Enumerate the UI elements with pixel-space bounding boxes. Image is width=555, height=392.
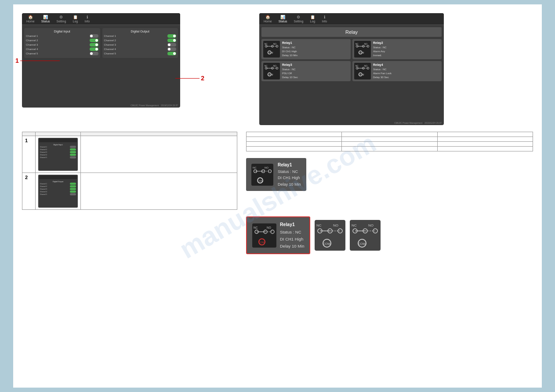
info-r2c2 bbox=[342, 142, 437, 147]
relay-device-screenshot: 🏠 Home 📊 Status ⚙ Setting 📋 Log bbox=[259, 13, 444, 125]
row1-desc bbox=[81, 136, 237, 173]
di-ch1: Channel 1 bbox=[26, 34, 98, 38]
info-r1c1 bbox=[247, 137, 342, 142]
left-footer: CMU2C Power Management 2019/12/24 15:37 bbox=[131, 104, 178, 107]
svg-text:NO: NO bbox=[368, 223, 374, 227]
svg-text:COM: COM bbox=[359, 74, 364, 76]
svg-text:NC: NC bbox=[265, 65, 268, 67]
relay-cell-2: NC NO COM Relay2 Status : NC bbox=[352, 39, 442, 59]
mini-do-screenshot: Digital Output Channel 1 Channel 2 Chann… bbox=[38, 175, 78, 208]
svg-text:NO: NO bbox=[273, 65, 276, 67]
relay-section-title: Relay bbox=[261, 27, 442, 37]
bottom-right: NC NO COM Relay1 Status : NC DI CH1 High… bbox=[246, 216, 381, 254]
info-table bbox=[246, 132, 533, 151]
relay-4-info: Relay4 Status : NC Alarm Fan Lock Delay … bbox=[373, 63, 392, 79]
relay-zoom-icon: NC NO COM bbox=[251, 164, 273, 186]
relay-zoom-text: Relay1 Status : NC DI CH1 High Delay 10 … bbox=[278, 162, 301, 187]
relay-cell-4: NC NO COM Relay4 Status : NC bbox=[352, 61, 442, 81]
content-table: 1 Digital Input Channel 1 Channel 2 Chan… bbox=[22, 132, 237, 210]
bottom-section: NC NO COM Relay1 Status : NC DI CH1 High… bbox=[22, 216, 533, 254]
table-row-1: 1 Digital Input Channel 1 Channel 2 Chan… bbox=[22, 136, 237, 173]
di-ch5: Channel 5 bbox=[26, 52, 98, 55]
relay-cell-3: NC NO COM Relay3 Status : NC bbox=[261, 61, 351, 81]
annotation-label-2: 2 bbox=[201, 75, 204, 82]
relay-icon-2: NC NO COM bbox=[354, 41, 371, 58]
info-r3c2 bbox=[342, 147, 437, 151]
svg-text:COM: COM bbox=[268, 74, 273, 76]
svg-text:COM: COM bbox=[323, 242, 330, 245]
relay-bottom-icon-1: NC NO COM bbox=[252, 223, 276, 248]
svg-text:NO: NO bbox=[364, 43, 367, 45]
left-table-area: 1 Digital Input Channel 1 Channel 2 Chan… bbox=[22, 132, 237, 210]
do-ch2: Channel 2 bbox=[104, 39, 177, 42]
row2-num: 2 bbox=[22, 173, 36, 210]
relay-2-info: Relay2 Status : NC Alarm Any Immed. bbox=[373, 41, 387, 58]
tables-section: 1 Digital Input Channel 1 Channel 2 Chan… bbox=[22, 132, 533, 210]
svg-text:COM: COM bbox=[268, 52, 273, 54]
svg-text:NC: NC bbox=[254, 226, 258, 229]
right-screenshot-container: 🏠 Home 📊 Status ⚙ Setting 📋 Log bbox=[259, 13, 444, 125]
relay-topbar-setting: ⚙ Setting bbox=[294, 15, 304, 23]
info-col3-header bbox=[437, 132, 533, 137]
bottom-left bbox=[22, 216, 237, 254]
svg-text:COM: COM bbox=[359, 52, 364, 54]
svg-text:NC: NC bbox=[265, 43, 268, 45]
relay-icon-4: NC NO COM bbox=[354, 63, 371, 79]
annotation-label-1: 1 bbox=[15, 57, 19, 64]
do-ch4: Channel 4 bbox=[104, 47, 177, 51]
svg-text:NC: NC bbox=[355, 65, 359, 67]
digital-output-panel: Digital Output Channel 1 Channel 2 Chann… bbox=[102, 28, 178, 58]
top-section: 🏠 Home 📊 Status ⚙ Setting 📋 Log bbox=[22, 13, 533, 125]
topbar-status: 📊 Status bbox=[41, 15, 50, 23]
info-row-1 bbox=[247, 137, 533, 142]
di-ch2: Channel 2 bbox=[26, 39, 98, 42]
relay-grid: NC NO COM Relay1 Status : NC bbox=[259, 39, 444, 83]
digital-input-title: Digital Input bbox=[26, 30, 98, 33]
topbar-info: ℹ Info bbox=[84, 15, 90, 23]
relay-topbar-log: 📋 Log bbox=[310, 15, 315, 23]
topbar-home: 🏠 Home bbox=[26, 15, 35, 23]
topbar-log: 📋 Log bbox=[73, 15, 78, 23]
info-r1c3 bbox=[437, 137, 533, 142]
relay-icon-1: NC NO COM bbox=[263, 41, 280, 58]
main-content: manualshive.com 🏠 Home 📊 Status ⚙ bbox=[13, 4, 542, 388]
annotation-2: 2 bbox=[175, 75, 204, 82]
relay-topbar-info: ℹ Info bbox=[322, 15, 327, 23]
info-row-3 bbox=[247, 147, 533, 151]
do-ch3: Channel 3 bbox=[104, 43, 177, 47]
right-table-area: NC NO COM Relay1 Status : NC DI CH1 High… bbox=[246, 132, 533, 210]
topbar-setting: ⚙ Setting bbox=[57, 15, 66, 23]
bottom-relay-text: Relay1 Status : NC DI CH1 High Delay 10 … bbox=[280, 221, 304, 250]
row2-img: Digital Output Channel 1 Channel 2 Chann… bbox=[36, 173, 81, 210]
col-header-desc bbox=[81, 132, 237, 136]
right-accent bbox=[542, 0, 555, 392]
left-topbar: 🏠 Home 📊 Status ⚙ Setting 📋 Log bbox=[22, 13, 180, 25]
row2-desc bbox=[81, 173, 237, 210]
digital-input-panel: Digital Input Channel 1 Channel 2 Channe… bbox=[24, 28, 100, 58]
relay-cell-1: NC NO COM Relay1 Status : NC bbox=[261, 39, 351, 59]
info-r2c3 bbox=[437, 142, 533, 147]
svg-text:NC: NC bbox=[316, 223, 322, 227]
do-ch1: Channel 1 bbox=[104, 34, 177, 38]
svg-text:NO: NO bbox=[364, 65, 367, 67]
relay-3-info: Relay3 Status : NC PSU Off Delay 10 Sec bbox=[282, 63, 298, 79]
di-ch3: Channel 3 bbox=[26, 43, 98, 47]
svg-text:NC: NC bbox=[352, 223, 357, 227]
row1-img: Digital Input Channel 1 Channel 2 Channe… bbox=[36, 136, 81, 173]
row1-num: 1 bbox=[22, 136, 36, 173]
svg-text:COM: COM bbox=[258, 180, 263, 182]
relay-footer: CMU2C Power Management 2019/12/24 15:37 bbox=[394, 122, 442, 124]
do-ch5: Channel 5 bbox=[104, 52, 177, 55]
relay-1-info: Relay1 Status : NC DI CH1 High Delay 10 … bbox=[282, 41, 297, 58]
relay-topbar: 🏠 Home 📊 Status ⚙ Setting 📋 Log bbox=[259, 13, 444, 25]
svg-text:COM: COM bbox=[358, 242, 366, 245]
digital-output-title: Digital Output bbox=[104, 30, 177, 33]
relay-topbar-home: 🏠 Home bbox=[264, 15, 272, 23]
svg-text:COM: COM bbox=[259, 241, 265, 244]
svg-text:NO: NO bbox=[267, 226, 271, 229]
bottom-relay-card-highlighted: NC NO COM Relay1 Status : NC DI CH1 High… bbox=[246, 216, 310, 254]
bottom-relay-icon-standalone-2: NC NO COM bbox=[350, 220, 381, 251]
info-row-2 bbox=[247, 142, 533, 147]
relay-topbar-status: 📊 Status bbox=[279, 15, 287, 23]
mini-di-screenshot: Digital Input Channel 1 Channel 2 Channe… bbox=[38, 138, 78, 171]
